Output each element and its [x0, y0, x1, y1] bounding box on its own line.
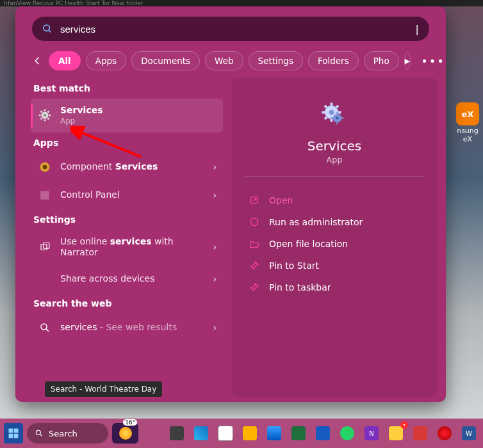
svg-rect-14	[40, 191, 49, 200]
taskbar-app-4[interactable]	[240, 423, 260, 444]
action-run-admin[interactable]: Run as administrator	[245, 211, 424, 233]
svg-rect-38	[14, 429, 19, 433]
svg-line-25	[325, 106, 327, 108]
tab-all[interactable]: All	[49, 51, 81, 70]
taskbar-onenote[interactable]: N	[361, 423, 382, 444]
search-input[interactable]	[59, 23, 409, 35]
divider	[245, 176, 424, 177]
svg-point-17	[41, 324, 47, 330]
pin-icon	[249, 260, 260, 271]
sun-icon	[119, 427, 132, 440]
svg-line-10	[41, 118, 42, 120]
action-label: Pin to Start	[269, 260, 319, 271]
taskbar-opera[interactable]	[434, 423, 455, 444]
search-flyout: | All Apps Documents Web Settings Folder…	[15, 6, 446, 402]
tab-photos[interactable]: Pho	[364, 51, 399, 70]
preview-pane: Services App Open Run as administrator O	[232, 78, 437, 397]
label-bold: services	[110, 236, 152, 246]
result-control-panel[interactable]: Control Panel ›	[31, 181, 223, 209]
tab-settings[interactable]: Settings	[249, 51, 303, 70]
taskbar-search-label: Search	[49, 429, 78, 438]
result-component-services[interactable]: Component Services ›	[31, 153, 223, 181]
pin-icon	[249, 282, 260, 293]
taskbar-app-7[interactable]	[313, 423, 333, 444]
taskbar-whatsapp[interactable]	[337, 423, 357, 444]
svg-rect-15	[41, 244, 47, 250]
label-prefix: services	[60, 322, 97, 332]
taskbar-explorer[interactable]: •	[386, 423, 406, 444]
result-narrator-services[interactable]: Use online services with Narrator ›	[31, 230, 223, 265]
component-services-icon	[37, 159, 53, 175]
desktop-icon-labels: IrfanView Recuva PC Health Start Tor New…	[0, 0, 483, 6]
result-type: App	[60, 116, 217, 126]
svg-line-18	[46, 328, 49, 331]
svg-point-20	[329, 110, 334, 115]
svg-rect-39	[9, 434, 13, 438]
search-icon	[42, 24, 53, 34]
chevron-right-icon: ›	[213, 162, 217, 172]
taskbar-app-6[interactable]	[288, 423, 309, 444]
chevron-right-icon: ›	[213, 190, 217, 200]
taskbar-app-2[interactable]	[191, 423, 211, 444]
start-button[interactable]	[4, 423, 23, 444]
svg-line-27	[325, 117, 327, 119]
back-button[interactable]	[32, 52, 44, 69]
external-icon	[37, 239, 53, 255]
svg-line-9	[48, 118, 49, 120]
result-share-devices[interactable]: Share across devices ›	[31, 265, 223, 293]
taskbar-app-1[interactable]	[167, 423, 187, 444]
tab-web[interactable]: Web	[205, 51, 243, 70]
section-best-match: Best match	[31, 78, 223, 99]
section-web: Search the web	[31, 293, 223, 314]
label-suffix: - See web results	[97, 322, 177, 332]
tab-folders[interactable]: Folders	[308, 51, 359, 70]
taskbar-word[interactable]: W	[459, 423, 479, 444]
tab-apps[interactable]: Apps	[86, 51, 126, 70]
search-bar[interactable]: |	[32, 17, 429, 41]
chevron-right-icon: ›	[213, 274, 217, 284]
svg-line-42	[40, 435, 42, 436]
label: Control Panel	[60, 189, 205, 201]
svg-point-30	[336, 116, 339, 120]
svg-line-1	[49, 30, 51, 32]
taskbar-app-5[interactable]	[264, 423, 284, 444]
taskbar-weather[interactable]: 16°	[112, 423, 138, 444]
action-open[interactable]: Open	[245, 189, 424, 211]
filter-row: All Apps Documents Web Settings Folders …	[15, 47, 446, 78]
control-panel-icon	[37, 188, 53, 203]
label: Share across devices	[60, 273, 205, 285]
taskbar-app-3[interactable]	[215, 423, 236, 444]
label-prefix: Use online	[60, 236, 110, 246]
preview-title: Services	[245, 138, 424, 154]
preview-subtitle: App	[245, 155, 424, 164]
taskbar-search[interactable]: Search	[27, 423, 108, 444]
action-pin-taskbar[interactable]: Pin to taskbar	[245, 276, 424, 298]
gear-icon	[37, 108, 53, 123]
tooltip: Search - World Theatre Day	[45, 381, 162, 397]
action-open-location[interactable]: Open file location	[245, 233, 424, 255]
search-icon	[37, 320, 53, 335]
svg-line-11	[48, 111, 49, 113]
result-web-search[interactable]: services - See web results ›	[31, 314, 223, 342]
folder-icon	[249, 238, 260, 250]
tab-more[interactable]: ▶	[404, 52, 411, 70]
samsung-dex-shortcut[interactable]: eX nsung eX	[455, 102, 480, 143]
section-settings: Settings	[31, 209, 223, 230]
chevron-right-icon: ›	[213, 242, 217, 252]
result-title: Services	[60, 105, 103, 115]
action-label: Open file location	[269, 239, 348, 249]
svg-rect-40	[14, 434, 19, 438]
svg-line-28	[336, 106, 338, 108]
result-services-app[interactable]: Services App	[31, 99, 223, 132]
tab-documents[interactable]: Documents	[131, 51, 200, 70]
svg-point-13	[43, 164, 47, 169]
action-pin-start[interactable]: Pin to Start	[245, 255, 424, 276]
dex-label-1: nsung	[455, 127, 480, 135]
svg-rect-16	[44, 243, 49, 248]
label-prefix: Component	[60, 161, 115, 172]
taskbar-snip[interactable]	[410, 423, 430, 444]
action-label: Run as administrator	[269, 217, 363, 227]
overflow-menu[interactable]: •••	[421, 54, 445, 68]
svg-point-0	[44, 25, 49, 31]
text-cursor: |	[416, 23, 419, 35]
